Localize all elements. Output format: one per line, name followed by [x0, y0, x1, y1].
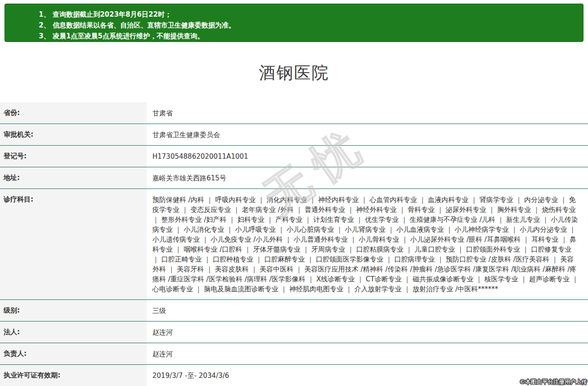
row-value-province: 甘肃省 [147, 102, 588, 124]
table-row-level: 级别: 三级 [0, 300, 588, 322]
row-label-level: 级别: [0, 300, 147, 322]
table-row-address: 地址: 嘉峪关市雄关西路615号 [0, 167, 588, 189]
notice-line-2: 2、 信息数据结果以各省、自治区、直辖市卫生健康委数据为准。 [39, 20, 574, 31]
notice-line-3: 3、 凌晨1点至凌晨5点系统进行维护，不能提供查询。 [39, 31, 574, 41]
table-row-medical-subjects: 诊疗科目: 预防保健科 /内科 ｜ 呼吸内科专业 ｜ 消化内科专业 ｜ 神经内科… [0, 189, 588, 300]
row-label-medical-subjects: 诊疗科目: [0, 189, 147, 300]
page-title: 酒钢医院 [0, 62, 588, 84]
row-value-registration-number: H1730548862020011A1001 [147, 146, 588, 167]
row-label-legal-person: 法人: [0, 322, 147, 343]
notice-line-1: 1、 查询数据截止到2023年8月6日22时； [39, 9, 574, 20]
table-row-legal-person: 法人: 赵连河 [0, 322, 588, 343]
row-value-person-in-charge: 赵连河 [147, 343, 588, 365]
row-value-address: 嘉峪关市雄关西路615号 [147, 167, 588, 189]
row-value-legal-person: 赵连河 [147, 322, 588, 343]
row-value-approval-authority: 甘肃省卫生健康委员会 [147, 124, 588, 146]
notice-banner: 1、 查询数据截止到2023年8月6日22时； 2、 信息数据结果以各省、自治区… [5, 4, 583, 42]
row-label-approval-authority: 审批机关: [0, 124, 147, 146]
row-label-address: 地址: [0, 167, 147, 189]
row-label-person-in-charge: 负责人: [0, 343, 147, 365]
row-label-province: 省份: [0, 102, 147, 124]
table-row-license-validity: 执业许可证有效期: 2019/3/7 -至- 2034/3/6 [0, 365, 588, 386]
row-label-registration-number: 登记号: [0, 146, 147, 167]
image-credit-watermark: ©本图由平台注册用户上传 [519, 378, 587, 386]
table-row-person-in-charge: 负责人: 赵连河 [0, 343, 588, 365]
row-label-license-validity: 执业许可证有效期: [0, 365, 147, 386]
row-value-medical-subjects: 预防保健科 /内科 ｜ 呼吸内科专业 ｜ 消化内科专业 ｜ 神经内科专业 ｜ 心… [147, 189, 588, 300]
hospital-info-table: 省份: 甘肃省 审批机关: 甘肃省卫生健康委员会 登记号: H173054886… [0, 102, 588, 386]
table-row-registration-number: 登记号: H1730548862020011A1001 [0, 146, 588, 167]
table-row-approval-authority: 审批机关: 甘肃省卫生健康委员会 [0, 124, 588, 146]
table-row-province: 省份: 甘肃省 [0, 102, 588, 124]
row-value-level: 三级 [147, 300, 588, 322]
